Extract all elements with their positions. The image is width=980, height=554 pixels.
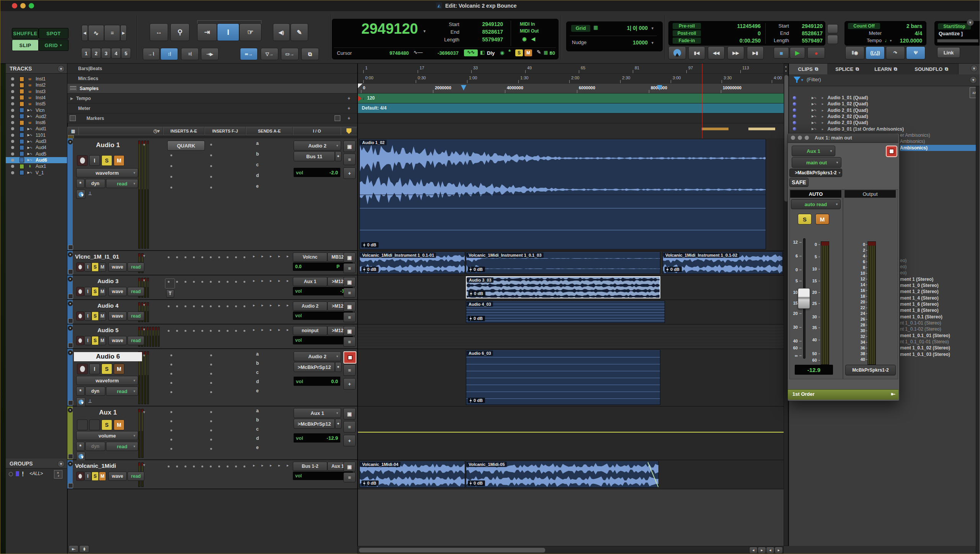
clip-gain-badge[interactable]: 0 dB xyxy=(665,267,682,272)
mini-insert-dot[interactable] xyxy=(185,465,186,467)
aux-automation-mode[interactable]: auto read ▼ xyxy=(791,199,841,209)
tab-soundflo[interactable]: SOUNDFLO⧉ xyxy=(905,64,959,74)
send-letter[interactable]: b xyxy=(256,361,259,366)
read-chip[interactable]: read xyxy=(127,262,144,272)
io-path-button[interactable]: ⌖ xyxy=(335,362,341,372)
send-letter[interactable]: b xyxy=(256,417,259,423)
mini-insert-dot[interactable] xyxy=(176,330,178,332)
mini-send-arrow[interactable]: ▸ xyxy=(278,463,280,467)
mirror-midi-button[interactable]: ⇢▶ xyxy=(201,48,219,60)
mini-send-arrow[interactable]: ▸ xyxy=(261,303,263,307)
mini-send-arrow[interactable]: ▸ xyxy=(287,328,289,332)
mini-insert-dot[interactable] xyxy=(210,330,212,332)
clips-list-item-fragment[interactable]: eo) xyxy=(900,257,980,264)
clips-list-item[interactable]: ▶∿▸Audio 2_01 (Quad) xyxy=(789,107,969,113)
mini-insert-dot[interactable] xyxy=(176,465,178,467)
clips-list-item[interactable]: ▶∿▸Audio 1_02 (Quad) xyxy=(789,101,969,107)
nudge-dropdown[interactable]: ▼ xyxy=(651,41,654,45)
expand-triangle-icon[interactable]: ▸ xyxy=(822,108,824,112)
tracks-list-item-Inst4[interactable]: шInst4 xyxy=(6,95,67,101)
play-button[interactable]: ▶ xyxy=(790,47,805,59)
mute-button[interactable]: M xyxy=(114,364,124,374)
close-window-button[interactable] xyxy=(12,3,17,8)
tracks-list-item-Aud1[interactable]: ▶∿Aud1 xyxy=(6,126,67,132)
track-show-dot[interactable] xyxy=(11,152,14,156)
track-right-list-button[interactable]: ≡ xyxy=(343,364,356,376)
link-track-edit-button[interactable]: ∞→ xyxy=(240,48,258,60)
wave-view-chip[interactable]: wave xyxy=(108,472,127,481)
insert-slot-dot-fj[interactable] xyxy=(210,448,212,450)
clip-gain-badge[interactable]: 0 dB xyxy=(468,316,485,321)
wait-for-note-button[interactable]: Ⅱ◉ xyxy=(845,46,864,59)
insert-chip-quark[interactable]: QUARK xyxy=(167,141,205,151)
read-chip[interactable]: read xyxy=(127,311,144,321)
clips-list-item-fragment[interactable]: ment 1_0.1_02 (Stereo) xyxy=(900,345,980,351)
waveform-view-toggle[interactable]: ∿∿ xyxy=(464,49,478,56)
count-off-button[interactable]: ↷ xyxy=(886,46,905,59)
insert-slot-dot[interactable] xyxy=(170,354,172,356)
track-link-icon[interactable] xyxy=(68,318,73,323)
mini-insert-dot[interactable] xyxy=(176,256,178,258)
ruler-row-tempo[interactable] xyxy=(358,93,784,103)
track-name[interactable]: Volcanic_1Midi xyxy=(75,462,143,469)
tempo-value[interactable]: 120.0000 xyxy=(894,38,922,44)
mini-send-arrow[interactable]: ▸ xyxy=(270,463,272,467)
zoom-in-horizontal-button[interactable]: ▶ xyxy=(120,25,127,41)
expand-triangle-icon[interactable]: ▸ xyxy=(822,96,824,100)
automation-follows-edit-button[interactable]: ▽→ xyxy=(261,48,278,60)
tracks-list-item-Inst1[interactable]: шInst1 xyxy=(6,76,67,82)
solo-button[interactable]: S xyxy=(101,155,112,166)
ruler-row-samples[interactable] xyxy=(358,84,784,93)
track-name[interactable]: Audio 5 xyxy=(74,327,142,333)
track-right-list-button[interactable]: ≡ xyxy=(343,312,356,322)
track-name-dropdown[interactable]: ▼ xyxy=(142,143,146,147)
layered-editing-button[interactable]: ▭→ xyxy=(281,48,299,60)
collapse-left-icon[interactable]: ⇤ xyxy=(891,391,895,397)
insert-slot-dot[interactable] xyxy=(170,382,172,384)
read-chip[interactable]: read xyxy=(127,336,144,345)
send-letter[interactable]: a xyxy=(256,141,259,146)
record-enable-button[interactable] xyxy=(76,336,84,345)
clip-gain-badge[interactable]: 0 dB xyxy=(361,267,379,272)
t-length-value[interactable]: 5579497 xyxy=(791,38,823,44)
main-counter-dropdown[interactable]: ▼ xyxy=(423,29,426,33)
track-name[interactable]: Audio 3 xyxy=(74,278,142,284)
wave-view-chip[interactable]: wave xyxy=(108,287,127,296)
tracks-list-item-Aux1[interactable]: ⬇Aux1 xyxy=(6,163,67,169)
mini-insert-dot[interactable] xyxy=(227,256,229,258)
input-monitor-button[interactable]: I xyxy=(84,287,91,296)
clips-list-item[interactable]: ▶∿▸Audio 1_01 (Quad) xyxy=(789,95,969,101)
track-right-plus-button[interactable]: + xyxy=(343,378,356,390)
sel-start-value[interactable]: 2949120 xyxy=(462,21,503,27)
ruler-add-icon[interactable]: + xyxy=(348,106,350,111)
mini-insert-dot[interactable] xyxy=(218,256,220,258)
mini-send-arrow[interactable]: ▸ xyxy=(253,303,255,307)
collapse-tracks-button[interactable]: ⇤ xyxy=(69,545,78,553)
zoom-preset-4[interactable]: 4 xyxy=(111,48,121,59)
insert-slot-dot[interactable] xyxy=(170,411,172,413)
track-expand-chevron[interactable]: ▼ xyxy=(68,326,73,331)
track-expand-chevron[interactable]: ▼ xyxy=(68,350,73,355)
mini-send-arrow[interactable]: ▸ xyxy=(261,328,263,332)
mini-insert-dot[interactable] xyxy=(218,281,220,283)
elastic-audio-button[interactable] xyxy=(76,452,85,461)
aux-volume-display[interactable]: -12.9 xyxy=(795,365,833,375)
track-view-selector[interactable]: waveform▼ xyxy=(76,376,138,385)
ruler-add-icon[interactable]: + xyxy=(348,116,350,121)
tracks-list-item-Inst6[interactable]: шInst6 xyxy=(6,120,67,126)
tracks-list-item-Aud4[interactable]: ▶∿Aud4 xyxy=(6,144,67,151)
track-show-dot[interactable] xyxy=(11,115,14,118)
clip-gain-badge[interactable]: 0 dB xyxy=(468,480,485,486)
track-name[interactable]: Audio 1 xyxy=(74,141,142,149)
mini-insert-dot[interactable] xyxy=(193,256,195,258)
track-right-target-button[interactable] xyxy=(343,351,356,364)
edit-window-views-button[interactable]: ⧉ xyxy=(301,48,319,60)
track-right-box-button[interactable]: ▣ xyxy=(343,326,356,336)
mini-insert-dot[interactable] xyxy=(243,330,245,332)
mini-insert-dot[interactable] xyxy=(227,330,229,332)
track-controls-audio-6[interactable]: ▼Audio 6▼ISMwaveform▼*dynread▼⟂abcdeAudi… xyxy=(67,349,357,406)
aux-close-dot[interactable] xyxy=(791,136,795,140)
mini-insert-dot[interactable] xyxy=(168,305,170,307)
mini-insert-dot[interactable] xyxy=(193,330,195,332)
global-solo-badge[interactable]: S xyxy=(515,49,523,56)
